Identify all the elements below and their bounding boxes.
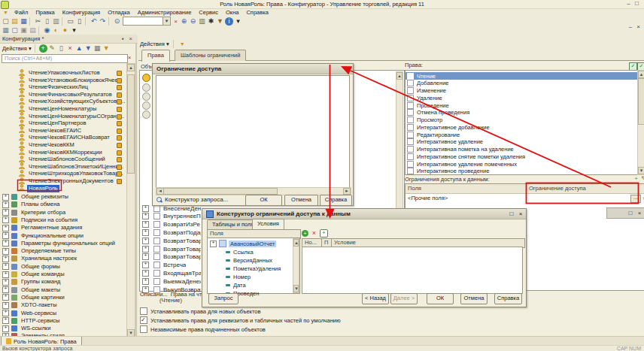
maximize-icon[interactable]: □	[508, 210, 515, 217]
right-checkbox[interactable]	[407, 132, 414, 138]
tree-item-group[interactable]: Регламентные задания	[1, 224, 126, 231]
menu-item[interactable]: Отладка	[105, 8, 133, 17]
conditions-list[interactable]	[302, 247, 523, 294]
expand-icon[interactable]	[142, 205, 149, 212]
right-checkbox[interactable]	[407, 109, 414, 116]
find-icon[interactable]: ⊙	[113, 17, 121, 26]
scroll-down-icon[interactable]: ▼	[638, 167, 644, 174]
redo-icon[interactable]: ↷	[99, 17, 107, 26]
query-builder-link[interactable]: Конструктор запроса...	[156, 196, 228, 203]
right-checkbox[interactable]	[407, 124, 414, 131]
right-row[interactable]: Добавление	[406, 80, 638, 87]
tree-item-group[interactable]: WS-ссылки	[1, 325, 126, 332]
tree-item-group[interactable]: Общие макеты	[1, 286, 126, 294]
tree-scrollbar[interactable]: ▲ ▼	[126, 63, 135, 337]
menu-item[interactable]: Справка	[243, 8, 271, 17]
field-row[interactable]: Номер	[226, 273, 251, 280]
db-update-icon[interactable]: ▼	[216, 17, 224, 26]
column-header-fields[interactable]: Поля	[406, 184, 529, 194]
option-checkbox[interactable]	[140, 307, 147, 315]
fields-tree[interactable]: ▲ ▼ АвансовыйОтчетСсылкаВерсияДанныхПоме…	[207, 238, 300, 294]
filter-icon[interactable]: ▼	[178, 40, 187, 48]
expand-circle-icon[interactable]	[142, 92, 150, 101]
expand-icon[interactable]	[2, 232, 9, 239]
scroll-up-icon[interactable]: ▲	[396, 72, 402, 80]
object-checkbox[interactable]	[153, 246, 160, 253]
new-icon[interactable]: ▢	[2, 17, 10, 26]
edit-restriction-icon[interactable]: ✎	[640, 175, 644, 182]
expand-icon[interactable]	[142, 213, 149, 219]
right-checkbox[interactable]	[407, 116, 414, 123]
tree-item-group[interactable]: Параметры функциональных опций	[1, 240, 126, 247]
object-checkbox[interactable]	[153, 270, 160, 277]
chevron-down-icon[interactable]: ▾	[163, 17, 170, 25]
field-row[interactable]: Дата	[226, 281, 246, 289]
fields-tree-root[interactable]: АвансовыйОтчет	[209, 240, 276, 247]
expand-icon[interactable]	[142, 253, 149, 260]
db-read-icon[interactable]: ◐	[52, 26, 60, 35]
expand-circle-icon[interactable]	[142, 110, 150, 119]
add-icon[interactable]: +	[39, 44, 47, 53]
close-panel-icon[interactable]: ×	[127, 35, 134, 42]
clear-restriction-icon[interactable]: ×	[641, 195, 644, 201]
tree-item-group[interactable]: Web-сервисы	[1, 310, 126, 317]
menu-item[interactable]: Окна	[223, 8, 242, 17]
preview-icon[interactable]: ▯	[75, 17, 84, 26]
menu-item[interactable]: Администрирование	[135, 8, 195, 17]
expand-icon[interactable]	[2, 325, 9, 332]
restriction-text-area[interactable]	[156, 75, 350, 188]
close-icon[interactable]: ×	[344, 65, 351, 72]
fields-scrollbar[interactable]: ▲ ▼	[293, 238, 299, 293]
tree-item-group[interactable]: Общие реквизиты	[1, 193, 126, 201]
edit-icon[interactable]: ✎	[48, 44, 56, 53]
add-restriction-icon[interactable]: +	[633, 175, 639, 182]
search-input[interactable]: Поиск (Ctrl+Alt+M)	[2, 54, 128, 63]
object-row[interactable]: ВозвратТовар	[141, 253, 201, 261]
tree-item-group[interactable]: Функциональные опции	[1, 232, 126, 240]
right-row[interactable]: Просмотр	[406, 116, 638, 124]
expand-icon[interactable]	[142, 278, 149, 285]
object-row[interactable]: ВозвратТовар	[141, 237, 201, 244]
table-icon[interactable]: ▤	[29, 26, 37, 35]
monitor-icon[interactable]: ▢	[11, 26, 19, 35]
rights-scrollbar[interactable]: ▲ ▼	[637, 70, 644, 175]
copy-icon[interactable]: ▯	[43, 17, 51, 26]
right-checkbox[interactable]	[407, 73, 414, 80]
print-icon[interactable]: ▭	[66, 17, 74, 26]
menu-item[interactable]: Правка	[32, 8, 57, 17]
expand-icon[interactable]	[2, 201, 9, 208]
right-row[interactable]: Чтение	[406, 72, 638, 80]
grid-icon[interactable]: ▦	[2, 26, 10, 35]
scrollbar-thumb[interactable]	[638, 78, 644, 125]
right-checkbox[interactable]	[407, 102, 414, 109]
expand-icon[interactable]	[2, 279, 9, 286]
scrollbar-thumb[interactable]	[163, 188, 278, 195]
delete-icon[interactable]: ×	[66, 44, 74, 53]
object-checkbox[interactable]	[153, 253, 160, 260]
right-row[interactable]: Отмена проведения	[406, 109, 638, 116]
save-icon[interactable]: ▦	[20, 17, 28, 26]
object-checkbox[interactable]	[153, 221, 160, 228]
clear-search-icon[interactable]: ×	[126, 54, 133, 62]
scroll-up-icon[interactable]: ▲	[127, 64, 135, 71]
expand-icon[interactable]	[2, 194, 9, 201]
expand-icon[interactable]	[142, 221, 149, 228]
tree-item-group[interactable]: Критерии отбора	[1, 209, 126, 216]
cut-icon[interactable]: ✂	[34, 17, 42, 26]
search-combobox[interactable]: ▾	[123, 17, 171, 26]
ok-button[interactable]: ОК	[427, 293, 454, 304]
maximize-button[interactable]: □	[633, 0, 640, 8]
expand-icon[interactable]	[2, 294, 9, 301]
filter-menu-icon[interactable]: ▼	[2, 8, 10, 17]
copy-icon[interactable]: ▯	[57, 44, 65, 53]
right-row[interactable]: Удаление	[406, 94, 638, 101]
mdi-window-buttons[interactable]: – ×	[629, 23, 642, 30]
expand-icon[interactable]	[2, 225, 9, 231]
pages-icon[interactable]: ▥	[198, 17, 206, 26]
expand-circle-icon[interactable]	[142, 83, 150, 92]
object-checkbox[interactable]	[153, 213, 160, 219]
back-button[interactable]: < Назад	[362, 293, 389, 304]
right-row[interactable]: Интерактивное добавление	[406, 123, 638, 131]
expand-circle-icon[interactable]	[142, 101, 150, 110]
tree-item-group[interactable]: Хранилища настроек	[1, 255, 126, 262]
